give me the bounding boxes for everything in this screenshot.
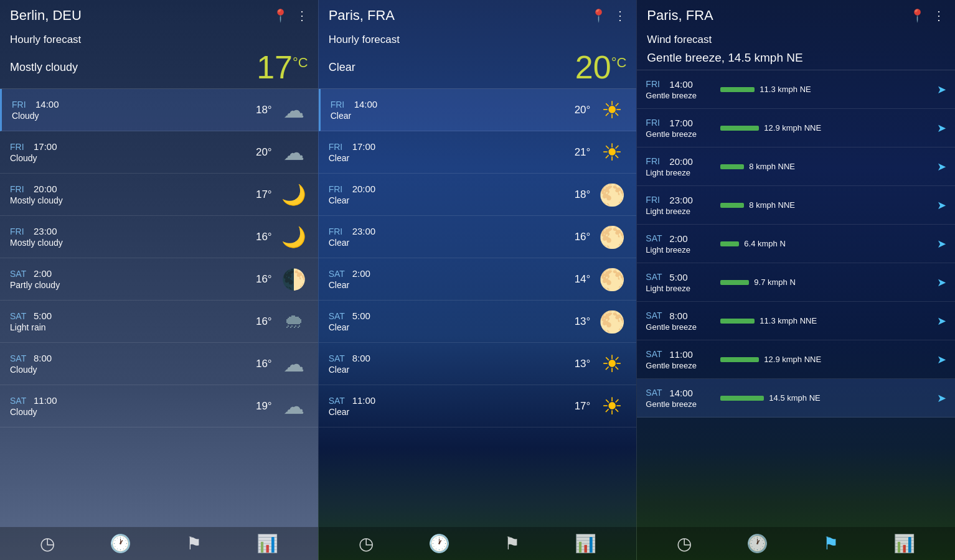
forecast-item-fri-20[interactable]: FRI 20:00 Mostly cloudy 17° 🌙 bbox=[0, 174, 318, 216]
wind-nav-icon-3[interactable]: ⚑ bbox=[823, 533, 839, 554]
wind-direction-arrow: ➤ bbox=[937, 314, 946, 328]
wind-time-block: SAT8:00 Gentle breeze bbox=[646, 310, 720, 332]
menu-icon-3[interactable]: ⋮ bbox=[933, 8, 945, 23]
condition-mostly-cloudy-2: Mostly cloudy bbox=[10, 238, 250, 248]
time-block: SAT11:00 Clear bbox=[329, 395, 568, 417]
time-block: FRI23:00 Clear bbox=[329, 226, 568, 248]
panel-paris-wind: Paris, FRA 📍 ⋮ Wind forecast Gentle bree… bbox=[636, 0, 955, 560]
moon-cloud-icon: 🌙 bbox=[280, 183, 308, 207]
p2-forecast-item-fri-20[interactable]: FRI20:00 Clear 18° 🌕 bbox=[319, 174, 637, 216]
current-condition-2: Clear bbox=[329, 61, 355, 74]
cloud-icon-sat8: ☁ bbox=[280, 352, 308, 376]
temp-16-sat2: 16° bbox=[250, 273, 272, 286]
location-pin-icon-3[interactable]: 📍 bbox=[910, 8, 925, 23]
wind-direction-arrow: ➤ bbox=[937, 391, 946, 405]
wind-item-fri-17[interactable]: FRI17:00 Gentle breeze 12.9 kmph NNE ➤ bbox=[637, 109, 955, 147]
time-line: FRI 20:00 bbox=[10, 184, 250, 194]
p2-forecast-item-fri-17[interactable]: FRI17:00 Clear 21° ☀ bbox=[319, 131, 637, 174]
wind-label: Wind forecast bbox=[647, 34, 945, 46]
wind-item-fri-23[interactable]: FRI23:00 Light breeze 8 kmph NNE ➤ bbox=[637, 186, 955, 225]
stats-nav-icon-2[interactable]: 📊 bbox=[575, 533, 596, 554]
hourly-forecast-nav-icon-2[interactable]: 🕐 bbox=[428, 533, 450, 554]
time-block: FRI 14:00 Cloudy bbox=[12, 99, 250, 121]
city-name-1: Berlin, DEU bbox=[10, 7, 82, 24]
wind-item-sat-2[interactable]: SAT2:00 Light breeze 6.4 kmph N ➤ bbox=[637, 225, 955, 263]
moon-icon-1: 🌕 bbox=[598, 182, 626, 207]
time-block: SAT 8:00 Cloudy bbox=[10, 353, 250, 375]
forecast-item-sat-5[interactable]: SAT 5:00 Light rain 16° 🌧 bbox=[0, 301, 318, 343]
wind-bar bbox=[720, 87, 755, 92]
stats-nav-icon[interactable]: 📊 bbox=[256, 533, 278, 554]
forecast-item-sat-8[interactable]: SAT 8:00 Cloudy 16° ☁ bbox=[0, 343, 318, 385]
panel-1-header: Berlin, DEU 📍 ⋮ bbox=[0, 0, 318, 30]
wind-nav-icon[interactable]: ⚑ bbox=[186, 533, 202, 554]
day-fri: FRI bbox=[10, 184, 27, 194]
forecast-item-fri-14[interactable]: FRI 14:00 Cloudy 18° ☁ bbox=[0, 89, 318, 131]
time-block: FRI17:00 Clear bbox=[329, 141, 568, 163]
p2-forecast-item-fri-23[interactable]: FRI23:00 Clear 16° 🌕 bbox=[319, 216, 637, 258]
p2-forecast-item-sat-2[interactable]: SAT2:00 Clear 14° 🌕 bbox=[319, 258, 637, 301]
city-name-3: Paris, FRA bbox=[647, 7, 713, 24]
location-pin-icon-1[interactable]: 📍 bbox=[273, 8, 288, 23]
sun-icon-2: ☀ bbox=[598, 139, 626, 166]
forecast-item-fri-23[interactable]: FRI 23:00 Mostly cloudy 16° 🌙 bbox=[0, 216, 318, 258]
wind-direction-arrow: ➤ bbox=[937, 83, 946, 96]
time-line: FRI 17:00 bbox=[10, 141, 250, 152]
current-condition-row-2: Clear 20°C bbox=[319, 51, 637, 88]
wind-item-sat-8[interactable]: SAT8:00 Gentle breeze 11.3 kmph NNE ➤ bbox=[637, 302, 955, 340]
wind-time-block: SAT11:00 Gentle breeze bbox=[646, 349, 720, 370]
wind-item-fri-20[interactable]: FRI20:00 Light breeze 8 kmph NNE ➤ bbox=[637, 147, 955, 186]
hourly-forecast-nav-icon-3[interactable]: 🕐 bbox=[746, 533, 768, 554]
time-23: 23:00 bbox=[34, 226, 57, 236]
location-pin-icon-2[interactable]: 📍 bbox=[591, 8, 606, 23]
wind-current-condition: Gentle breeze, 14.5 kmph NE bbox=[637, 49, 955, 70]
moon-icon-4: 🌕 bbox=[598, 309, 626, 334]
bottom-nav-3: ◷ 🕐 ⚑ 📊 bbox=[637, 527, 955, 560]
wind-bar bbox=[720, 280, 749, 285]
day-sat: SAT bbox=[10, 311, 27, 321]
p2-forecast-item-sat-8[interactable]: SAT8:00 Clear 13° ☀ bbox=[319, 343, 637, 385]
time-block: FRI 17:00 Cloudy bbox=[10, 141, 250, 163]
forecast-item-sat-11[interactable]: SAT 11:00 Cloudy 19° ☁ bbox=[0, 385, 318, 427]
menu-icon-1[interactable]: ⋮ bbox=[296, 8, 308, 23]
p2-forecast-item-fri-14[interactable]: FRI14:00 Clear 20° ☀ bbox=[319, 89, 637, 131]
day-sat: SAT bbox=[10, 396, 27, 406]
wind-bar bbox=[720, 396, 764, 401]
wind-item-sat-14[interactable]: SAT14:00 Gentle breeze 14.5 kmph NE ➤ bbox=[637, 379, 955, 418]
forecast-item-sat-2[interactable]: SAT 2:00 Partly cloudy 16° 🌓 bbox=[0, 258, 318, 301]
moon-cloud-icon-2: 🌙 bbox=[280, 225, 308, 249]
current-weather-nav-icon-2[interactable]: ◷ bbox=[359, 533, 374, 554]
moon-icon-2: 🌕 bbox=[598, 225, 626, 250]
wind-item-sat-11[interactable]: SAT11:00 Gentle breeze 12.9 kmph NNE ➤ bbox=[637, 340, 955, 379]
day-fri: FRI bbox=[12, 100, 29, 110]
menu-icon-2[interactable]: ⋮ bbox=[614, 8, 626, 23]
wind-time-block: SAT14:00 Gentle breeze bbox=[646, 388, 720, 409]
current-weather-nav-icon-3[interactable]: ◷ bbox=[677, 533, 692, 554]
bottom-nav-1: ◷ 🕐 ⚑ 📊 bbox=[0, 527, 318, 560]
p2-forecast-item-sat-5[interactable]: SAT5:00 Clear 13° 🌕 bbox=[319, 301, 637, 343]
cloud-weather-icon: ☁ bbox=[280, 140, 308, 165]
wind-time-block: FRI23:00 Light breeze bbox=[646, 195, 720, 216]
current-weather-nav-icon[interactable]: ◷ bbox=[40, 533, 55, 554]
wind-time-block: SAT5:00 Light breeze bbox=[646, 272, 720, 293]
forecast-item-fri-17[interactable]: FRI 17:00 Cloudy 20° ☁ bbox=[0, 131, 318, 174]
wind-item-sat-5[interactable]: SAT5:00 Light breeze 9.7 kmph N ➤ bbox=[637, 263, 955, 302]
stats-nav-icon-3[interactable]: 📊 bbox=[893, 533, 915, 554]
wind-bar bbox=[720, 203, 744, 208]
wind-bar-block: 9.7 kmph N bbox=[720, 278, 933, 287]
wind-nav-icon-2[interactable]: ⚑ bbox=[504, 533, 520, 554]
wind-bar bbox=[720, 357, 759, 362]
condition-cloudy-4: Cloudy bbox=[10, 407, 250, 417]
p2-forecast-item-sat-11[interactable]: SAT11:00 Clear 17° ☀ bbox=[319, 385, 637, 427]
time-line: SAT 2:00 bbox=[10, 268, 250, 279]
sun-icon: ☀ bbox=[598, 96, 626, 124]
wind-direction-arrow: ➤ bbox=[937, 198, 946, 212]
wind-bar-block: 8 kmph NNE bbox=[720, 200, 933, 210]
temp-16-fri23: 16° bbox=[250, 231, 272, 243]
wind-item-fri-14[interactable]: FRI14:00 Gentle breeze 11.3 kmph NE ➤ bbox=[637, 70, 955, 109]
current-temp-2: 20°C bbox=[575, 51, 627, 83]
hourly-forecast-nav-icon[interactable]: 🕐 bbox=[110, 533, 131, 554]
header-icons-2: 📍 ⋮ bbox=[591, 8, 626, 23]
temp-16-sat5: 16° bbox=[250, 315, 272, 328]
time-block: SAT5:00 Clear bbox=[329, 310, 568, 332]
